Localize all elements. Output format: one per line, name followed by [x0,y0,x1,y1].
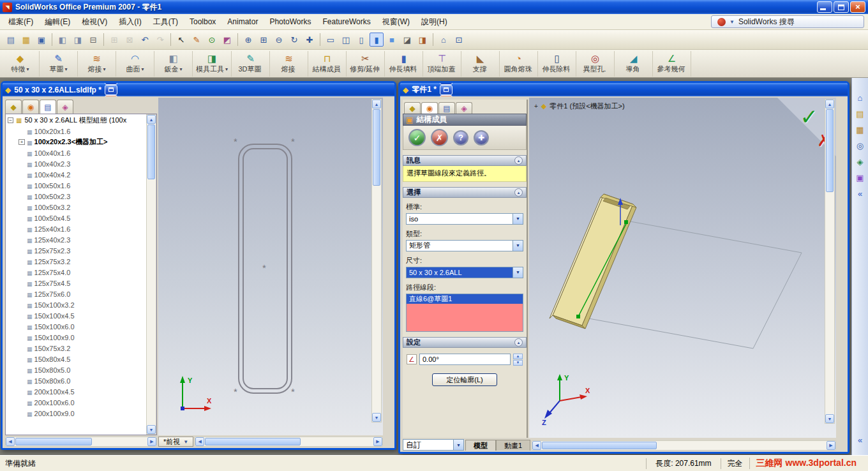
child-window-titlebar[interactable]: ◆ 50 x 30 x 2.6ALL.sldlfp * [3,83,394,96]
configuration-item[interactable]: 125x75x2.3 [6,245,156,256]
solidworks-resources-icon[interactable]: ⌂ [858,93,863,103]
command-button[interactable]: ∠ 參考幾何 [653,51,691,77]
configuration-item[interactable]: 100x40x1.6 [6,147,156,158]
command-button[interactable]: ▮ 伸長填料 [385,51,423,77]
standard-views-icon[interactable]: ⊡ [452,33,466,47]
scroll-thumb[interactable] [542,442,657,449]
shadows-icon[interactable]: ◪ [400,33,414,47]
command-button[interactable]: ⊓ 結構成員 [308,51,347,77]
expand-box-icon[interactable]: + [19,139,25,145]
maximize-button[interactable] [834,1,849,13]
configuration-item[interactable]: 100x40x4.2 [6,169,156,180]
scroll-left-icon[interactable]: ◀ [532,441,541,450]
configuration-item[interactable]: 150x75x3.2 [6,343,156,354]
scroll-right-icon[interactable]: ▶ [827,441,835,450]
configuration-item[interactable]: 200x100x9.0 [6,408,156,419]
configuration-item[interactable]: 200x100x4.5 [6,386,156,397]
command-button[interactable]: ◆ 特徵▾ [1,51,40,77]
make-assembly-icon[interactable]: ◨ [71,33,85,47]
configuration-item[interactable]: 150x80x6.0 [6,375,156,386]
zoom-fit-icon[interactable]: ⊕ [241,33,255,47]
chevron-down-icon[interactable]: ▼ [453,440,463,450]
expand-box-icon[interactable] [19,215,25,221]
chevron-down-icon[interactable]: ▼ [730,19,735,25]
command-button[interactable]: ✎ 3D草圖 [232,51,270,77]
configuration-item[interactable]: 150x100x4.5 [6,310,156,321]
menu-item[interactable]: 視窗(W) [377,14,415,30]
collapse-chevron-icon[interactable]: « [858,435,862,445]
command-button[interactable]: ◧ 鈑金▾ [154,51,193,77]
ok-button[interactable] [408,129,426,146]
minimize-button[interactable] [817,1,832,13]
solidworks-search-box[interactable]: ▼ SolidWorks 搜尋 [711,15,864,28]
locate-profile-button[interactable]: 定位輪廓(L) [432,373,497,386]
expand-box-icon[interactable] [19,410,25,416]
scroll-thumb[interactable] [15,438,92,445]
configuration-item[interactable]: 125x40x1.6 [6,223,156,234]
chevron-down-icon[interactable]: ▼ [183,439,188,445]
expand-box-icon[interactable] [19,161,25,167]
menu-item[interactable]: PhotoWorks [264,15,317,29]
path-endpoint[interactable] [576,315,580,318]
chevron-down-icon[interactable]: ▼ [513,214,523,224]
search-results-icon[interactable]: ◎ [857,141,864,151]
paste-icon[interactable]: ⊠ [123,33,137,47]
scroll-down-icon[interactable]: ▼ [147,425,156,434]
size-select[interactable]: 50 x 30 x 2.6ALL ▼ [406,267,523,278]
angle-spinner[interactable]: ▲▼ [513,354,523,366]
model-tab[interactable]: 動畫1 [496,440,530,451]
scroll-down-icon[interactable]: ▼ [372,413,381,422]
expand-box-icon[interactable] [19,389,25,394]
separator[interactable] [52,33,52,46]
rotate-view-icon[interactable]: ↻ [287,33,301,47]
configuration-item[interactable]: 125x40x2.3 [6,234,156,245]
menu-item[interactable]: 編輯(E) [39,14,76,30]
command-button[interactable]: ≋ 熔接 [270,51,308,77]
configuration-item[interactable]: 100x40x2.3 [6,158,156,169]
expand-box-icon[interactable] [19,150,25,156]
expand-box-icon[interactable] [19,280,25,286]
expand-box-icon[interactable] [19,291,25,297]
close-button[interactable] [850,1,865,13]
command-button[interactable]: ◔ 圓角熔珠 [500,51,538,77]
separator[interactable] [237,33,238,46]
redo-icon[interactable]: ↷ [153,33,167,47]
open-icon[interactable]: ▦ [19,33,33,47]
configuration-item[interactable]: 150x80x4.5 [6,354,156,364]
file-explorer-icon[interactable]: ▦ [856,125,864,135]
canvas-hscrollbar[interactable]: ◀ ▶ [195,437,383,447]
expand-box-icon[interactable] [19,193,25,199]
path-segments-listbox[interactable]: 直線6@草圖1 [406,294,523,332]
design-library-icon[interactable]: ▤ [856,109,864,119]
configuration-item[interactable]: 100x50x3.2 [6,202,156,213]
expand-icon[interactable]: + [534,103,538,110]
configuration-item[interactable]: 150x100x6.0 [6,321,156,332]
configuration-item[interactable]: 125x75x3.2 [6,256,156,267]
spin-down-icon[interactable]: ▼ [513,360,523,366]
collapse-chevron-icon[interactable] [514,338,523,347]
configurationmanager-tab-icon[interactable]: ▤ [438,102,455,114]
scroll-left-icon[interactable]: ◀ [195,437,204,446]
collapse-chevron-icon[interactable] [514,188,523,197]
help-button[interactable] [453,130,468,146]
scroll-left-icon[interactable]: ◀ [6,437,15,446]
separator[interactable] [103,33,104,46]
zoom-area-icon[interactable]: ⊞ [257,33,271,47]
child-window-titlebar[interactable]: ◆ 零件1 * [400,83,848,96]
pan-icon[interactable]: ✚ [303,33,317,47]
make-drawing-icon[interactable]: ◧ [56,33,70,47]
cancel-button[interactable] [431,129,448,146]
scroll-right-icon[interactable]: ▶ [147,437,156,446]
command-button[interactable]: ◎ 異型孔. [576,51,615,77]
shaded-with-edges-icon[interactable]: ▮ [370,33,384,47]
expand-box-icon[interactable] [19,378,25,384]
menu-item[interactable]: 檢視(V) [76,14,113,30]
spin-up-icon[interactable]: ▲ [513,354,523,359]
model-tab[interactable]: 模型 [465,440,496,451]
rebuild-icon[interactable]: ⊙ [205,33,219,47]
collapse-chevron-icon[interactable] [514,156,523,165]
separator[interactable] [170,33,171,46]
section-view-icon[interactable]: ◨ [415,33,430,47]
collapse-box-icon[interactable]: − [8,117,13,123]
minimize-button[interactable] [440,81,453,85]
